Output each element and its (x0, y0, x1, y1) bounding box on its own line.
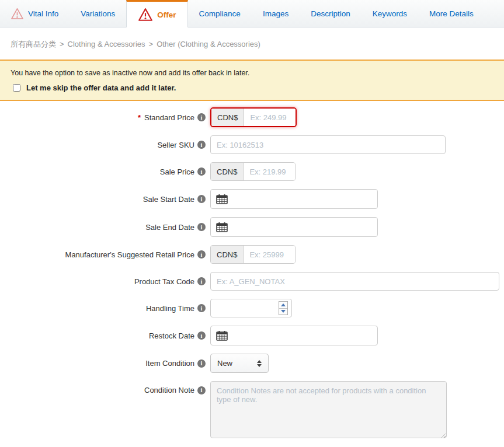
tab-keywords[interactable]: Keywords (362, 0, 418, 27)
notice-message: You have the option to save as inactive … (11, 69, 493, 77)
form-row-sale-end-date: Sale End Date i (0, 217, 504, 237)
field-label-text: Restock Date (149, 331, 194, 340)
required-asterisk: * (138, 113, 141, 122)
condition-note-textarea[interactable] (210, 381, 447, 438)
tab-label: Keywords (373, 9, 407, 18)
info-icon[interactable]: i (197, 331, 206, 340)
field-label: Product Tax Code i (0, 277, 206, 286)
handling-time-input[interactable] (210, 299, 292, 317)
form-row-product-tax-code: Product Tax Code i (0, 272, 504, 291)
tab-description[interactable]: Description (300, 0, 362, 27)
currency-prefix: CDN$ (211, 163, 244, 180)
stepper-down-icon[interactable] (279, 309, 287, 315)
form-row-standard-price: * Standard Price i CDN$ (0, 107, 504, 127)
form-row-item-condition: Item Condition i New (0, 354, 504, 373)
info-icon[interactable]: i (197, 250, 206, 259)
number-stepper (279, 301, 288, 315)
standard-price-input[interactable] (244, 109, 296, 126)
form-row-sale-price: Sale Price i CDN$ (0, 162, 504, 181)
warning-icon (11, 8, 24, 20)
field-label-text: Condition Note (144, 386, 194, 394)
skip-offer-label[interactable]: Let me skip the offer data and add it la… (26, 83, 176, 92)
breadcrumb-item-root[interactable]: 所有商品分类 (11, 40, 56, 48)
skip-offer-checkbox[interactable] (13, 84, 20, 92)
field-label: Sale Price i (0, 167, 206, 176)
field-label: Manufacturer's Suggested Retail Price i (0, 250, 206, 259)
restock-date-input[interactable] (210, 326, 378, 345)
tab-more-details[interactable]: More Details (418, 0, 485, 27)
field-label: * Standard Price i (0, 113, 206, 122)
info-icon[interactable]: i (197, 223, 206, 231)
tab-label: Offer (157, 11, 176, 19)
field-label: Condition Note i (0, 381, 206, 394)
standard-price-group: CDN$ (210, 107, 297, 127)
field-label: Seller SKU i (0, 141, 206, 149)
field-label: Restock Date i (0, 331, 206, 340)
field-label-text: Manufacturer's Suggested Retail Price (65, 250, 194, 259)
sale-price-input[interactable] (244, 163, 295, 180)
currency-prefix: CDN$ (211, 109, 244, 126)
tab-compliance[interactable]: Compliance (188, 0, 252, 27)
calendar-icon[interactable] (216, 222, 228, 232)
select-updown-icon (257, 360, 262, 367)
field-label: Sale End Date i (0, 223, 206, 232)
tab-label: Images (263, 9, 289, 18)
tab-label: Vital Info (28, 9, 58, 18)
tab-vital-info[interactable]: Vital Info (0, 0, 69, 27)
form-row-handling-time: Handling Time i (0, 299, 504, 317)
item-condition-select[interactable]: New (210, 354, 269, 373)
tab-offer[interactable]: Offer (126, 0, 187, 27)
breadcrumb-separator: > (60, 40, 64, 48)
breadcrumb-separator: > (149, 40, 154, 48)
tab-label: Variations (81, 9, 115, 18)
info-icon[interactable]: i (197, 359, 206, 368)
sale-end-date-input[interactable] (210, 217, 378, 237)
item-condition-value: New (217, 359, 232, 368)
field-label-text: Sale Start Date (143, 195, 194, 204)
tab-images[interactable]: Images (252, 0, 300, 27)
breadcrumb: 所有商品分类>Clothing & Accessories>Other (Clo… (0, 27, 504, 60)
info-icon[interactable]: i (197, 304, 206, 312)
info-icon[interactable]: i (197, 113, 206, 121)
sale-price-group: CDN$ (210, 162, 296, 181)
form-row-restock-date: Restock Date i (0, 326, 504, 345)
currency-prefix: CDN$ (211, 246, 244, 263)
tab-label: Description (311, 9, 350, 18)
seller-sku-input[interactable] (210, 135, 446, 154)
field-label: Sale Start Date i (0, 195, 206, 204)
sale-start-date-input[interactable] (210, 189, 378, 209)
form-row-seller-sku: Seller SKU i (0, 135, 504, 154)
info-icon[interactable]: i (197, 277, 206, 285)
breadcrumb-item-subcategory: Other (Clothing & Accessories) (157, 40, 260, 48)
field-label: Handling Time i (0, 304, 206, 313)
info-icon[interactable]: i (197, 195, 206, 203)
calendar-icon[interactable] (216, 330, 228, 341)
tab-label: Compliance (199, 9, 241, 18)
msrp-group: CDN$ (210, 245, 296, 264)
inactive-offer-notice: You have the option to save as inactive … (0, 60, 504, 101)
msrp-input[interactable] (244, 246, 295, 263)
tab-bar: Vital Info Variations Offer Compliance I… (0, 0, 504, 27)
info-icon[interactable]: i (197, 167, 206, 176)
tab-label: More Details (429, 9, 474, 18)
form-row-sale-start-date: Sale Start Date i (0, 189, 504, 209)
field-label: Item Condition i (0, 359, 206, 368)
product-tax-code-input[interactable] (210, 272, 499, 291)
field-label-text: Standard Price (144, 113, 194, 122)
form-row-msrp: Manufacturer's Suggested Retail Price i … (0, 245, 504, 264)
form-row-condition-note: Condition Note i (0, 381, 504, 441)
field-label-text: Item Condition (145, 359, 194, 368)
info-icon[interactable]: i (197, 386, 206, 394)
stepper-up-icon[interactable] (279, 302, 287, 309)
info-icon[interactable]: i (197, 141, 206, 149)
tab-variations[interactable]: Variations (69, 0, 126, 27)
field-label-text: Seller SKU (157, 141, 194, 149)
warning-icon (138, 8, 153, 22)
offer-form: * Standard Price i CDN$ Seller SKU i Sal… (0, 101, 504, 447)
field-label-text: Product Tax Code (134, 277, 194, 286)
calendar-icon[interactable] (216, 194, 228, 204)
field-label-text: Handling Time (146, 304, 194, 313)
field-label-text: Sale Price (160, 167, 194, 176)
field-label-text: Sale End Date (145, 223, 194, 232)
breadcrumb-item-category[interactable]: Clothing & Accessories (68, 40, 145, 48)
